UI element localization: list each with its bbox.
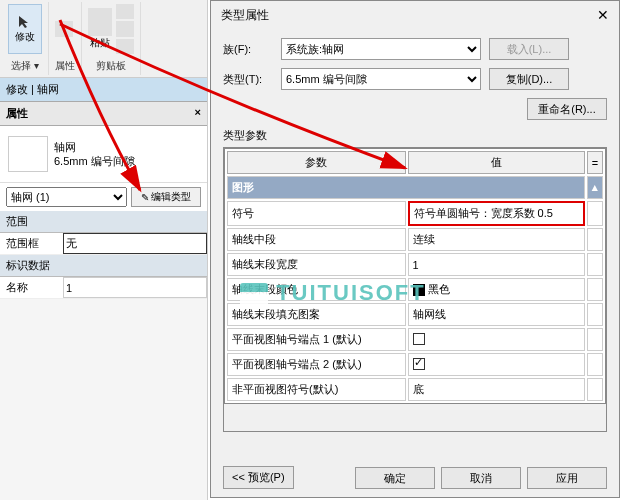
table-row[interactable]: 平面视图轴号端点 2 (默认) <box>227 353 603 376</box>
ribbon-group-props: 属性 <box>49 2 82 75</box>
param-plan2: 平面视图轴号端点 2 (默认) <box>227 353 406 376</box>
checkbox-plan2[interactable] <box>413 358 425 370</box>
table-row[interactable]: 轴线末段颜色黑色 <box>227 278 603 301</box>
load-button[interactable]: 载入(L)... <box>489 38 569 60</box>
color-text: 黑色 <box>428 283 450 295</box>
value-endcolor[interactable]: 黑色 <box>408 278 585 301</box>
match-icon[interactable] <box>116 39 134 54</box>
section-ident: 标识数据 <box>0 255 207 277</box>
dialog-close-icon[interactable]: ✕ <box>597 7 609 24</box>
param-endwidth: 轴线末段宽度 <box>227 253 406 276</box>
type-family: 轴网 <box>54 140 135 154</box>
param-symbol: 符号 <box>227 201 406 226</box>
type-properties-dialog: 类型属性 ✕ 族(F): 系统族:轴网 载入(L)... 类型(T): 6.5m… <box>210 0 620 498</box>
paste-label: 粘贴 <box>90 36 110 50</box>
param-mid: 轴线中段 <box>227 228 406 251</box>
copy-icon[interactable] <box>116 21 134 36</box>
type-thumbnail <box>8 136 48 172</box>
type-select[interactable]: 6.5mm 编号间隙 <box>281 68 481 90</box>
cut-icon[interactable] <box>116 4 134 19</box>
left-panel: 修改 选择 ▾ 属性 粘贴 剪贴板 修改 | 轴网 <box>0 0 208 500</box>
ribbon-group-clipboard: 粘贴 剪贴板 <box>82 2 141 75</box>
type-text: 轴网 6.5mm 编号间隙 <box>54 140 135 168</box>
param-endcolor: 轴线末段颜色 <box>227 278 406 301</box>
cancel-button[interactable]: 取消 <box>441 467 521 489</box>
family-label: 族(F): <box>223 42 273 57</box>
properties-icon[interactable] <box>55 21 73 37</box>
ribbon: 修改 选择 ▾ 属性 粘贴 剪贴板 <box>0 0 207 78</box>
category-graphics-row[interactable]: 图形▴ <box>227 176 603 199</box>
prop-row-name: 名称 <box>0 277 207 299</box>
type-row: 类型(T): 6.5mm 编号间隙 复制(D)... <box>223 68 607 90</box>
type-selector[interactable]: 轴网 6.5mm 编号间隙 <box>0 126 207 183</box>
table-row[interactable]: 符号符号单圆轴号：宽度系数 0.5 <box>227 201 603 226</box>
section-extent: 范围 <box>0 211 207 233</box>
paste-icon[interactable] <box>88 8 112 36</box>
value-plan2[interactable] <box>408 353 585 376</box>
preview-button[interactable]: << 预览(P) <box>223 466 294 489</box>
arrow-cursor-icon <box>17 14 33 30</box>
apply-button[interactable]: 应用 <box>527 467 607 489</box>
instance-filter[interactable]: 轴网 (1) <box>6 187 127 207</box>
param-table-container: 参数 值 = 图形▴ 符号符号单圆轴号：宽度系数 0.5 轴线中段连续 轴线末段… <box>223 147 607 432</box>
instance-row: 轴网 (1) ✎ 编辑类型 <box>0 183 207 211</box>
cat-expand[interactable]: ▴ <box>587 176 603 199</box>
type-label: 类型(T): <box>223 72 273 87</box>
clipboard-label: 剪贴板 <box>88 59 134 73</box>
value-nonplan[interactable]: 底 <box>408 378 585 401</box>
table-row[interactable]: 轴线中段连续 <box>227 228 603 251</box>
modify-context-header: 修改 | 轴网 <box>0 78 207 102</box>
value-mid[interactable]: 连续 <box>408 228 585 251</box>
clipboard-small-buttons <box>116 4 134 54</box>
param-plan1: 平面视图轴号端点 1 (默认) <box>227 328 406 351</box>
properties-palette-header: 属性 × <box>0 102 207 126</box>
modify-tool[interactable]: 修改 <box>8 4 42 54</box>
ribbon-group-select: 修改 选择 ▾ <box>2 2 49 75</box>
prop-row-extent-box: 范围框 <box>0 233 207 255</box>
duplicate-button[interactable]: 复制(D)... <box>489 68 569 90</box>
col-value: 值 <box>408 151 585 174</box>
param-pattern: 轴线末段填充图案 <box>227 303 406 326</box>
properties-title: 属性 <box>6 106 28 121</box>
modify-label: 修改 <box>15 30 35 44</box>
col-param: 参数 <box>227 151 406 174</box>
table-row[interactable]: 非平面视图符号(默认)底 <box>227 378 603 401</box>
value-symbol[interactable]: 符号单圆轴号：宽度系数 0.5 <box>408 201 585 226</box>
dialog-titlebar: 类型属性 ✕ <box>211 1 619 30</box>
family-row: 族(F): 系统族:轴网 载入(L)... <box>223 38 607 60</box>
param-header-row: 参数 值 = <box>227 151 603 174</box>
value-endwidth[interactable]: 1 <box>408 253 585 276</box>
dialog-body: 族(F): 系统族:轴网 载入(L)... 类型(T): 6.5mm 编号间隙 … <box>211 30 619 440</box>
dialog-title-text: 类型属性 <box>221 7 269 24</box>
extent-box-input[interactable] <box>63 233 207 254</box>
select-label[interactable]: 选择 ▾ <box>8 59 42 73</box>
table-row[interactable]: 平面视图轴号端点 1 (默认) <box>227 328 603 351</box>
edit-type-button[interactable]: ✎ 编辑类型 <box>131 187 201 207</box>
checkbox-plan1[interactable] <box>413 333 425 345</box>
edit-type-label: 编辑类型 <box>151 190 191 204</box>
color-swatch-icon <box>413 284 425 296</box>
close-icon[interactable]: × <box>195 106 201 121</box>
name-input[interactable] <box>63 277 207 298</box>
value-pattern[interactable]: 轴网线 <box>408 303 585 326</box>
value-plan1[interactable] <box>408 328 585 351</box>
type-params-label: 类型参数 <box>223 128 607 143</box>
properties-ribbon-label: 属性 <box>55 59 75 73</box>
family-select[interactable]: 系统族:轴网 <box>281 38 481 60</box>
table-row[interactable]: 轴线末段宽度1 <box>227 253 603 276</box>
param-table: 参数 值 = 图形▴ 符号符号单圆轴号：宽度系数 0.5 轴线中段连续 轴线末段… <box>224 148 606 404</box>
type-name: 6.5mm 编号间隙 <box>54 154 135 168</box>
col-eq: = <box>587 151 603 174</box>
rename-row: 重命名(R)... <box>223 98 607 120</box>
dialog-footer: 确定 取消 应用 <box>355 467 607 489</box>
param-nonplan: 非平面视图符号(默认) <box>227 378 406 401</box>
category-graphics: 图形 <box>227 176 585 199</box>
rename-button[interactable]: 重命名(R)... <box>527 98 607 120</box>
prop-name-name: 名称 <box>0 277 63 298</box>
edit-type-icon: ✎ <box>141 192 149 203</box>
ok-button[interactable]: 确定 <box>355 467 435 489</box>
table-row[interactable]: 轴线末段填充图案轴网线 <box>227 303 603 326</box>
prop-name-extent-box: 范围框 <box>0 233 63 254</box>
